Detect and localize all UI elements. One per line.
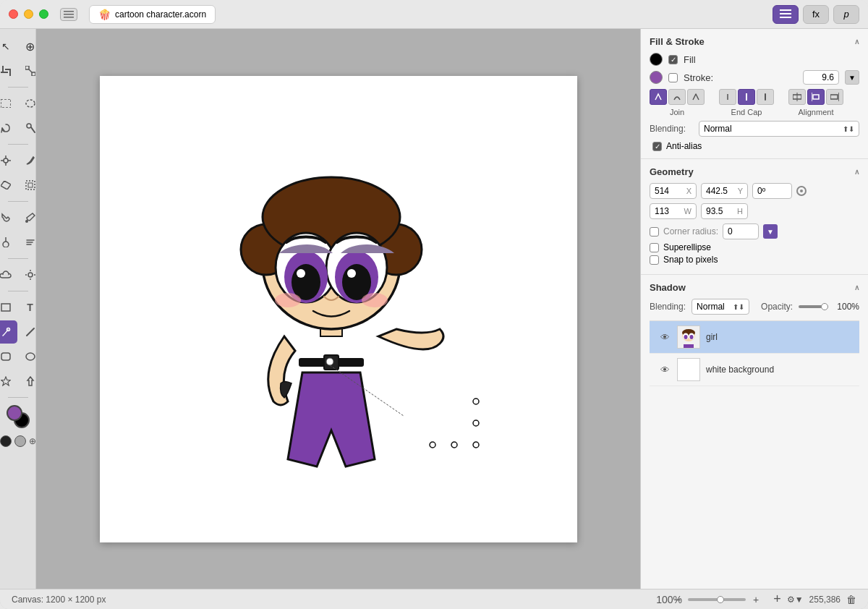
layer-girl[interactable]: 👁 girl [650,321,859,354]
corner-radius-label: Corner radius: [663,226,718,237]
zoom-in-btn[interactable]: + [750,594,762,605]
eraser-tool[interactable] [0,174,17,197]
lasso-tool[interactable] [0,116,17,140]
zoom-slider[interactable] [688,598,746,601]
join-btn-1[interactable] [650,89,667,105]
degree-field[interactable]: 0º [752,183,792,199]
geometry-collapse[interactable]: ∧ [854,168,859,176]
shadow-title: Shadow [650,282,686,293]
stroke-color-swatch[interactable] [650,71,663,84]
shadow-blending-select[interactable]: Normal ⬆⬇ [692,299,749,315]
x-field[interactable]: 514 X [650,183,697,199]
join-btn-2[interactable] [668,89,686,105]
svg-point-51 [347,269,356,278]
layers-panel-btn[interactable] [773,5,799,24]
corner-radius-checkbox[interactable] [650,227,659,237]
svg-point-57 [473,420,479,426]
paint-bucket-tool[interactable] [0,206,17,229]
align-btn-1[interactable] [788,89,806,105]
blending-row: Blending: Normal ⬆⬇ [650,121,859,137]
corner-radius-dropdown[interactable]: ▼ [763,224,778,239]
layer-white-bg[interactable]: 👁 white background [650,354,859,386]
geometry-section: Geometry ∧ 514 X 442.5 Y 0º [641,159,868,275]
svg-rect-71 [830,95,838,99]
blending-label: Blending: [650,124,693,134]
stroke-dropdown-btn[interactable]: ▼ [845,70,859,85]
end-cap-btn-3[interactable] [757,89,774,105]
toolbar-right: fx p [773,5,859,24]
svg-point-56 [473,399,479,404]
zoom-level: 100% [656,594,668,605]
rectangle-shape-tool[interactable] [0,296,17,319]
corner-radius-field[interactable]: 0 [723,223,759,239]
maximize-button[interactable] [39,9,48,19]
small-foreground[interactable] [0,435,12,447]
background-color[interactable] [7,405,22,421]
arrow-tool[interactable]: ↖ [0,35,17,58]
fx-panel-btn[interactable]: fx [803,5,829,24]
svg-rect-22 [26,181,35,189]
svg-point-36 [26,353,35,360]
round-rect-tool[interactable] [0,345,17,368]
cloud-shape-tool[interactable] [0,263,17,286]
add-layer-btn[interactable]: + [773,592,781,607]
document-icon: 🍿 [98,9,111,20]
align-btn-3[interactable] [826,89,843,105]
fill-checkbox[interactable]: ✓ [668,55,678,64]
shadow-section: Shadow ∧ Blending: Normal ⬆⬇ Opacity: 10… [641,275,868,589]
rect-select-tool[interactable] [0,92,17,115]
settings-btn[interactable]: ⚙▼ [787,595,804,605]
layer-bg-visibility[interactable]: 👁 [658,363,671,376]
minimize-button[interactable] [24,9,33,19]
small-background[interactable] [14,435,26,447]
geometry-title: Geometry [650,166,694,177]
svg-point-78 [690,335,694,339]
zoom-out-btn[interactable]: − [672,594,684,605]
crop-tool[interactable] [0,59,17,82]
wh-row: 113 W 93.5 H [650,203,859,219]
canvas-info: Canvas: 1200 × 1200 px [12,595,106,605]
layer-girl-visibility[interactable]: 👁 [658,331,671,344]
join-btn-3[interactable] [687,89,705,105]
pen-anchor-tool[interactable] [0,149,17,172]
document-tab[interactable]: 🍿 cartoon character.acorn [89,5,216,24]
layer-girl-name: girl [706,332,718,342]
blending-select[interactable]: Normal ⬆⬇ [699,121,859,137]
star-tool[interactable] [0,370,17,393]
fill-color-swatch[interactable] [650,53,663,66]
dodge-tool[interactable] [0,231,17,254]
snap-pixels-checkbox[interactable] [650,255,659,265]
stroke-value-field[interactable]: 9.6 [803,70,839,85]
svg-rect-11 [32,72,35,76]
opacity-slider[interactable] [799,305,828,308]
tool-row-12 [0,345,42,368]
antialias-checkbox[interactable]: ✓ [652,142,662,151]
h-field[interactable]: 93.5 H [701,203,748,219]
delete-layer-btn[interactable]: 🗑 [846,594,856,605]
end-cap-btn-1[interactable] [719,89,736,105]
tool-row-11 [0,320,42,344]
text-panel-btn[interactable]: p [833,5,859,24]
svg-point-24 [25,220,28,223]
shadow-blending-arrow: ⬆⬇ [733,303,744,311]
svg-line-15 [31,127,35,132]
y-field[interactable]: 442.5 Y [701,183,748,199]
canvas-area[interactable] [36,29,640,589]
align-btn-2[interactable] [807,89,825,105]
w-field[interactable]: 113 W [650,203,697,219]
sidebar-toggle[interactable] [60,8,77,21]
fill-stroke-collapse[interactable]: ∧ [854,38,859,46]
tool-row-2 [0,59,42,82]
tool-row-13 [0,370,42,393]
tool-row-1: ↖ ⊕ [0,35,42,58]
end-cap-btn-2[interactable] [738,89,755,105]
color-row: ⊕ [0,435,36,447]
close-button[interactable] [9,9,18,19]
shadow-collapse[interactable]: ∧ [854,284,859,291]
superellipse-checkbox[interactable] [650,243,659,252]
svg-line-34 [27,328,34,336]
color-picker-zoom[interactable]: ⊕ [29,436,36,446]
degree-dial[interactable] [796,186,807,196]
pen-tool[interactable] [0,320,17,344]
stroke-checkbox[interactable] [668,73,678,82]
